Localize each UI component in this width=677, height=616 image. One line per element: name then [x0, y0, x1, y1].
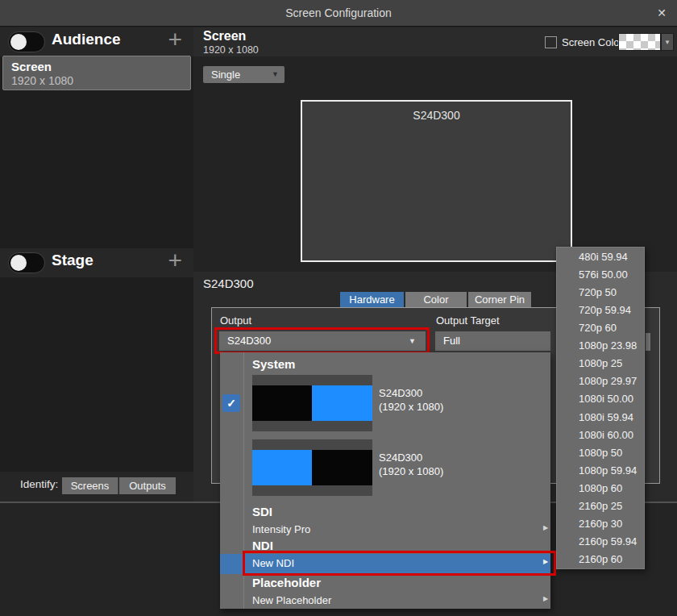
menu-item-intensity-pro[interactable]: Intensity Pro — [252, 523, 310, 535]
sidebar: Audience + Screen 1920 x 1080 Stage + Id… — [0, 27, 193, 502]
screen-item-name: Screen — [11, 60, 52, 73]
screen-color-swatch[interactable] — [618, 33, 661, 51]
format-submenu: 480i 59.94 576i 50.00 720p 50 720p 59.94… — [556, 247, 645, 569]
format-option[interactable]: 2160p 59.94 — [557, 533, 644, 551]
identify-label: Identify: — [20, 478, 58, 490]
format-option[interactable]: 720p 59.94 — [557, 301, 644, 318]
annotation-rect-new-ndi — [243, 551, 556, 576]
monitor-selected — [252, 450, 312, 485]
format-option[interactable]: 1080p 59.94 — [557, 461, 644, 479]
screen-preview[interactable]: S24D300 — [301, 100, 572, 262]
page-title: Screen — [203, 29, 246, 44]
submenu-arrow-icon: ▶ — [543, 595, 548, 602]
stage-toggle[interactable] — [8, 252, 45, 273]
stage-header: Stage + — [0, 248, 193, 277]
submenu-arrow-icon: ▶ — [543, 524, 548, 531]
screen-color-label: Screen Color — [562, 36, 623, 48]
menu-section-system: System — [252, 357, 295, 371]
format-option[interactable]: 1080i 59.94 — [557, 408, 644, 426]
sidebar-item-screen[interactable]: Screen 1920 x 1080 — [2, 56, 191, 90]
preview-output-label: S24D300 — [302, 109, 571, 122]
format-option[interactable]: 720p 50 — [557, 283, 644, 301]
menu-item-display-name[interactable]: S24D300 — [379, 387, 422, 399]
stage-label: Stage — [52, 252, 93, 269]
audience-label: Audience — [52, 31, 121, 48]
identify-outputs-button[interactable]: Outputs — [119, 477, 176, 494]
checkmark-icon: ✓ — [222, 394, 240, 412]
display-arrangement-thumbnail[interactable] — [252, 439, 372, 496]
menu-item-display-name[interactable]: S24D300 — [379, 452, 422, 464]
screen-color-checkbox[interactable] — [545, 36, 557, 48]
chevron-down-icon: ▼ — [272, 66, 279, 83]
format-option[interactable]: 1080i 50.00 — [557, 390, 644, 408]
identify-screens-button[interactable]: Screens — [62, 477, 118, 494]
format-option[interactable]: 2160p 30 — [557, 515, 644, 533]
tab-corner-pin[interactable]: Corner Pin — [468, 292, 531, 307]
page-resolution: 1920 x 1080 — [203, 44, 259, 56]
menu-section-placeholder: Placeholder — [252, 576, 321, 589]
format-option[interactable]: 2160p 60 — [557, 551, 644, 568]
format-option[interactable]: 720p 60 — [557, 318, 644, 336]
format-option[interactable]: 1080i 60.00 — [557, 426, 644, 443]
display-arrangement-thumbnail[interactable] — [252, 375, 372, 431]
annotation-rect-output — [214, 327, 430, 354]
panel-scrollbar-thumb[interactable] — [646, 333, 650, 351]
toggle-knob — [10, 34, 27, 50]
monitor-other — [252, 385, 312, 421]
layout-mode-select[interactable]: Single ▼ — [203, 66, 285, 83]
format-option[interactable]: 1080p 50 — [557, 443, 644, 461]
identify-band: Identify: Screens Outputs — [0, 472, 193, 502]
format-option[interactable]: 1080p 25 — [557, 355, 644, 373]
format-option[interactable]: 1080p 60 — [557, 479, 644, 497]
toggle-knob — [10, 255, 27, 271]
output-target-label: Output Target — [436, 314, 500, 327]
dialog-title: Screen Configuration — [0, 0, 677, 27]
output-section-title: S24D300 — [203, 277, 254, 290]
close-icon[interactable]: ✕ — [657, 0, 667, 27]
monitor-selected — [312, 385, 372, 421]
output-target-select[interactable]: Full — [435, 331, 550, 351]
menu-item-display-resolution: (1920 x 1080) — [379, 465, 443, 477]
format-option[interactable]: 480i 59.94 — [557, 248, 644, 265]
add-audience-screen-icon[interactable]: + — [168, 26, 182, 53]
screen-configuration-dialog: Screen Configuration ✕ Audience + Screen… — [0, 0, 677, 616]
format-option[interactable]: 1080p 23.98 — [557, 337, 644, 355]
audience-toggle[interactable] — [8, 31, 45, 52]
main-header: Screen 1920 x 1080 Screen Color ▼ — [193, 27, 677, 56]
titlebar: Screen Configuration ✕ — [0, 0, 677, 27]
add-stage-screen-icon[interactable]: + — [168, 247, 182, 274]
monitor-other — [312, 450, 372, 485]
format-option[interactable]: 2160p 25 — [557, 497, 644, 515]
output-target-value: Full — [443, 331, 460, 351]
output-label: Output — [220, 314, 251, 327]
audience-header: Audience + — [0, 27, 193, 56]
format-option[interactable]: 576i 50.00 — [557, 265, 644, 283]
menu-item-new-placeholder[interactable]: New Placeholder — [252, 594, 331, 606]
format-option[interactable]: 1080p 29.97 — [557, 373, 644, 390]
menu-item-display-resolution: (1920 x 1080) — [379, 401, 443, 413]
tab-color[interactable]: Color — [405, 292, 467, 307]
tab-hardware[interactable]: Hardware — [340, 292, 404, 307]
menu-section-sdi: SDI — [252, 505, 272, 518]
screen-color-dropdown-icon[interactable]: ▼ — [661, 33, 674, 51]
layout-mode-value: Single — [211, 66, 240, 83]
screen-item-resolution: 1920 x 1080 — [11, 74, 73, 87]
